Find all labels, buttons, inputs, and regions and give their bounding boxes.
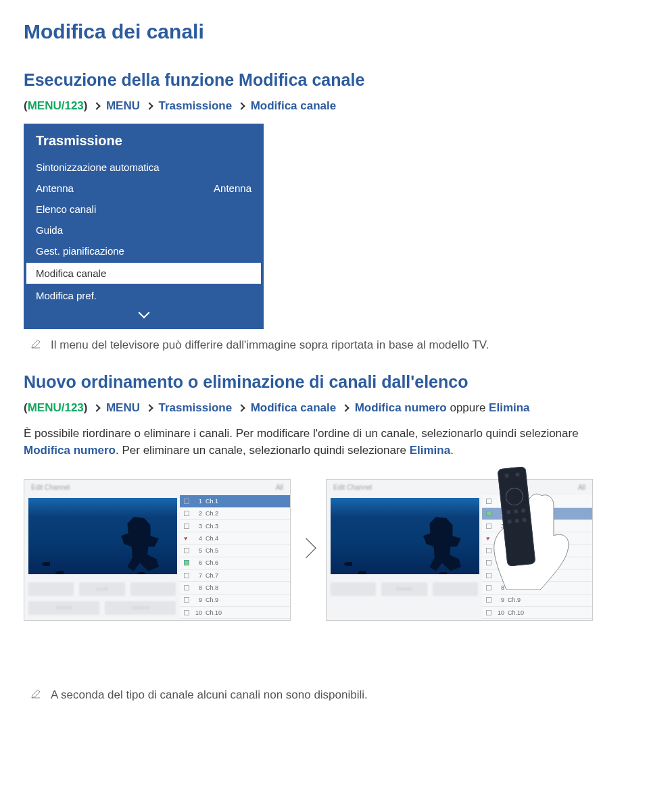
lock-icon: [184, 597, 189, 603]
menu-item[interactable]: Sintonizzazione automatica: [24, 157, 264, 178]
channel-row[interactable]: 5Ch.5: [180, 544, 290, 557]
channel-row[interactable]: 9Ch.9: [180, 594, 290, 607]
footer-btn[interactable]: [28, 582, 74, 596]
channel-name: Ch.3: [206, 523, 218, 530]
channel-number: 1: [193, 498, 202, 505]
paren-close: ): [84, 401, 88, 414]
menu-item[interactable]: Modifica canale: [26, 263, 261, 284]
channel-row[interactable]: 3Ch.3: [180, 520, 290, 532]
footer-btn-lock[interactable]: Lock: [79, 582, 124, 596]
channel-row[interactable]: 10Ch.10: [482, 607, 592, 619]
menu-item-label: Antenna: [36, 182, 74, 194]
lock-icon: [486, 597, 491, 603]
note-1: Il menu del televisore può differire dal…: [30, 338, 625, 352]
diver-icon: [421, 517, 463, 571]
screenshot-before: Edit Channel All Lock De: [24, 479, 291, 621]
lock-icon: [184, 610, 189, 615]
channel-number: 5: [193, 547, 202, 554]
footer-btn-options[interactable]: Options: [105, 601, 176, 615]
footer-btn-delete[interactable]: Delete: [28, 601, 99, 615]
paren-close: ): [84, 99, 88, 112]
shot-preview-right: Delete: [327, 495, 482, 620]
bc-menu123: MENU/123: [28, 401, 84, 414]
channel-list-left: 1Ch.12Ch.23Ch.3♥4Ch.45Ch.56Ch.67Ch.78Ch.…: [180, 495, 290, 620]
breadcrumb-2: (MENU/123) MENU Trasmissione Modifica ca…: [24, 401, 625, 415]
menu-item-label: Guida: [36, 224, 63, 236]
shot-header-left: Edit Channel: [31, 484, 70, 491]
bc-item1: Trasmissione: [158, 401, 232, 414]
body-kw2: Elimina: [410, 444, 450, 457]
menu-panel-title: Trasmissione: [24, 133, 264, 157]
channel-number: 7: [193, 572, 202, 579]
section2-body: È possibile riordinare o eliminare i can…: [24, 426, 625, 459]
menu-item-value: Antenna: [214, 182, 251, 194]
channel-number: 10: [495, 609, 504, 616]
checkbox-checked-icon: [184, 560, 189, 565]
footer-btn[interactable]: [130, 582, 176, 596]
channel-row[interactable]: ♥4Ch.4: [180, 532, 290, 544]
channel-row[interactable]: 9Ch.9: [482, 594, 592, 607]
channel-number: 2: [193, 510, 202, 517]
hand-remote-overlay: [483, 470, 588, 588]
body-pre: È possibile riordinare o eliminare i can…: [24, 427, 579, 440]
footer-btn[interactable]: [433, 582, 478, 596]
channel-row[interactable]: 7Ch.7: [180, 569, 290, 582]
channel-number: 8: [193, 584, 202, 591]
channel-name: Ch.9: [508, 597, 521, 603]
chevron-down-icon[interactable]: [138, 307, 149, 319]
chevron-right-icon: [145, 102, 153, 109]
channel-number: 6: [193, 559, 202, 566]
channel-number: 9: [193, 597, 202, 603]
tv-menu-panel: Trasmissione Sintonizzazione automaticaA…: [24, 124, 264, 329]
channel-number: 3: [193, 523, 202, 530]
menu-item[interactable]: Elenco canali: [24, 199, 264, 220]
pencil-icon: [30, 688, 41, 699]
channel-row[interactable]: 10Ch.10: [180, 607, 290, 619]
bc-item2: Modifica canale: [251, 99, 337, 112]
chevron-right-icon: [237, 404, 245, 411]
menu-item[interactable]: Gest. pianificazione: [24, 240, 264, 261]
lock-icon: [184, 573, 189, 578]
underwater-image: [331, 498, 479, 574]
underwater-image: [28, 498, 177, 574]
diver-icon: [119, 517, 161, 571]
channel-row[interactable]: 2Ch.2: [180, 508, 290, 520]
bc-item4: Elimina: [489, 401, 529, 414]
body-end: .: [450, 444, 454, 457]
shot-header-right: All: [276, 484, 283, 491]
note-2: A seconda del tipo di canale alcuni cana…: [30, 688, 625, 702]
channel-row[interactable]: 6Ch.6: [180, 557, 290, 569]
channel-number: 10: [193, 609, 202, 616]
channel-name: Ch.6: [206, 559, 218, 566]
note1-text: Il menu del televisore può differire dal…: [51, 338, 489, 352]
channel-row[interactable]: 8Ch.8: [180, 582, 290, 594]
page-title: Modifica dei canali: [24, 20, 625, 43]
chevron-right-icon: [341, 404, 349, 411]
bc-or: oppure: [447, 401, 489, 414]
menu-item[interactable]: Modifica pref.: [24, 285, 264, 306]
menu-item-label: Sintonizzazione automatica: [36, 161, 160, 173]
channel-row[interactable]: 1Ch.1: [180, 495, 290, 507]
chevron-right-icon: [237, 102, 245, 109]
section1-heading: Esecuzione della funzione Modifica canal…: [24, 70, 625, 90]
channel-name: Ch.5: [206, 547, 218, 554]
channel-name: Ch.1: [206, 498, 218, 505]
footer-btn[interactable]: [331, 582, 376, 596]
lock-icon: [184, 524, 189, 529]
menu-item[interactable]: Guida: [24, 220, 264, 240]
bc-menu: MENU: [106, 401, 140, 414]
chevron-right-icon: [93, 404, 101, 411]
channel-name: Ch.2: [206, 510, 218, 517]
bc-menu: MENU: [106, 99, 140, 112]
section2-heading: Nuovo ordinamento o eliminazione di cana…: [24, 372, 625, 392]
lock-icon: [184, 499, 189, 504]
chevron-right-icon: [93, 102, 101, 109]
lock-icon: [184, 511, 189, 516]
channel-name: Ch.4: [206, 535, 218, 542]
shot-header-left: Edit Channel: [333, 484, 372, 491]
menu-item[interactable]: AntennaAntenna: [24, 178, 264, 199]
breadcrumb-1: (MENU/123) MENU Trasmissione Modifica ca…: [24, 99, 625, 113]
bc-item3: Modifica numero: [355, 401, 447, 414]
footer-btn-delete[interactable]: Delete: [381, 582, 427, 596]
heart-icon: ♥: [184, 536, 189, 541]
